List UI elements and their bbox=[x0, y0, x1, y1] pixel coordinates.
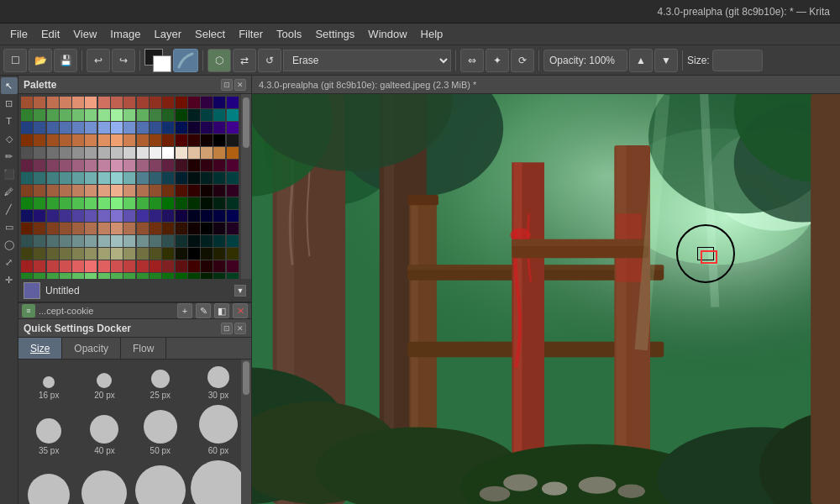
palette-color-cell[interactable] bbox=[123, 160, 135, 171]
palette-color-cell[interactable] bbox=[72, 97, 84, 108]
palette-color-cell[interactable] bbox=[162, 210, 174, 222]
paint-tool-button[interactable]: ✏ bbox=[1, 148, 18, 165]
palette-color-cell[interactable] bbox=[98, 160, 110, 171]
menu-settings[interactable]: Settings bbox=[308, 25, 361, 43]
palette-color-cell[interactable] bbox=[60, 160, 71, 171]
palette-color-cell[interactable] bbox=[34, 97, 45, 108]
palette-color-cell[interactable] bbox=[72, 172, 84, 184]
fill-tool-button[interactable]: ⬛ bbox=[1, 165, 18, 182]
palette-color-cell[interactable] bbox=[60, 122, 71, 134]
palette-color-cell[interactable] bbox=[162, 134, 174, 146]
palette-color-cell[interactable] bbox=[137, 172, 149, 184]
palette-color-cell[interactable] bbox=[162, 273, 174, 279]
palette-color-cell[interactable] bbox=[21, 273, 33, 279]
palette-color-cell[interactable] bbox=[227, 273, 239, 279]
palette-color-cell[interactable] bbox=[176, 109, 187, 121]
palette-color-cell[interactable] bbox=[123, 134, 135, 146]
eyedropper-tool-button[interactable]: 🖉 bbox=[1, 183, 18, 200]
palette-color-cell[interactable] bbox=[34, 109, 45, 121]
palette-color-cell[interactable] bbox=[176, 260, 187, 272]
palette-color-cell[interactable] bbox=[98, 260, 110, 272]
palette-color-cell[interactable] bbox=[162, 248, 174, 260]
active-color-swatch[interactable] bbox=[24, 282, 40, 299]
palette-color-cell[interactable] bbox=[111, 210, 123, 222]
palette-color-cell[interactable] bbox=[85, 122, 97, 134]
palette-color-cell[interactable] bbox=[72, 122, 84, 134]
palette-color-cell[interactable] bbox=[60, 197, 71, 209]
palette-color-cell[interactable] bbox=[150, 172, 161, 184]
palette-color-cell[interactable] bbox=[162, 172, 174, 184]
palette-color-cell[interactable] bbox=[188, 223, 200, 234]
palette-color-cell[interactable] bbox=[47, 235, 59, 247]
palette-color-cell[interactable] bbox=[201, 134, 213, 146]
palette-color-cell[interactable] bbox=[111, 160, 123, 171]
palette-color-cell[interactable] bbox=[72, 109, 84, 121]
palette-color-cell[interactable] bbox=[201, 185, 213, 197]
brush-preset-item[interactable]: 16 px bbox=[24, 376, 74, 400]
palette-color-cell[interactable] bbox=[137, 109, 149, 121]
palette-color-cell[interactable] bbox=[72, 273, 84, 279]
palette-color-cell[interactable] bbox=[21, 122, 33, 134]
brush-preset-item[interactable]: 20 px bbox=[79, 373, 129, 400]
brush-preset-item[interactable]: 40 px bbox=[79, 415, 129, 455]
palette-color-cell[interactable] bbox=[176, 185, 187, 197]
palette-color-cell[interactable] bbox=[111, 235, 123, 247]
palette-color-cell[interactable] bbox=[72, 197, 84, 209]
shapes-tool-button[interactable]: ◇ bbox=[1, 130, 18, 147]
palette-color-cell[interactable] bbox=[213, 197, 225, 209]
palette-color-cell[interactable] bbox=[162, 97, 174, 108]
palette-color-cell[interactable] bbox=[162, 109, 174, 121]
palette-color-cell[interactable] bbox=[176, 235, 187, 247]
palette-color-cell[interactable] bbox=[98, 235, 110, 247]
palette-color-cell[interactable] bbox=[162, 122, 174, 134]
palette-color-cell[interactable] bbox=[123, 260, 135, 272]
palette-color-cell[interactable] bbox=[47, 197, 59, 209]
palette-docker-header[interactable]: Palette ⊡ ✕ bbox=[18, 76, 251, 94]
palette-color-cell[interactable] bbox=[34, 210, 45, 222]
save-document-button[interactable]: 💾 bbox=[54, 49, 77, 72]
palette-color-cell[interactable] bbox=[213, 147, 225, 159]
palette-color-cell[interactable] bbox=[34, 160, 45, 171]
palette-color-cell[interactable] bbox=[201, 235, 213, 247]
palette-color-cell[interactable] bbox=[188, 235, 200, 247]
palette-color-cell[interactable] bbox=[60, 97, 71, 108]
copy-layer-button[interactable]: ◧ bbox=[214, 303, 229, 318]
palette-color-cell[interactable] bbox=[85, 97, 97, 108]
palette-color-cell[interactable] bbox=[227, 210, 239, 222]
palette-color-cell[interactable] bbox=[85, 147, 97, 159]
palette-color-cell[interactable] bbox=[47, 185, 59, 197]
move-tool-button[interactable]: ✛ bbox=[1, 271, 18, 288]
tab-size[interactable]: Size bbox=[18, 338, 62, 359]
palette-color-cell[interactable] bbox=[213, 223, 225, 234]
palette-scroll-thumb[interactable] bbox=[243, 97, 249, 148]
color-swatch-selector[interactable] bbox=[144, 49, 171, 72]
palette-color-cell[interactable] bbox=[137, 248, 149, 260]
palette-color-cell[interactable] bbox=[213, 109, 225, 121]
palette-color-cell[interactable] bbox=[162, 197, 174, 209]
palette-color-cell[interactable] bbox=[213, 172, 225, 184]
palette-color-cell[interactable] bbox=[137, 210, 149, 222]
transform-tool-button[interactable]: ⤢ bbox=[1, 254, 18, 270]
palette-color-cell[interactable] bbox=[150, 197, 161, 209]
palette-color-cell[interactable] bbox=[60, 223, 71, 234]
palette-color-cell[interactable] bbox=[47, 172, 59, 184]
palette-color-cell[interactable] bbox=[213, 160, 225, 171]
palette-color-cell[interactable] bbox=[98, 122, 110, 134]
palette-color-cell[interactable] bbox=[227, 235, 239, 247]
palette-color-cell[interactable] bbox=[227, 97, 239, 108]
menu-tools[interactable]: Tools bbox=[270, 25, 308, 43]
qs-scrollbar[interactable] bbox=[241, 360, 251, 504]
menu-image[interactable]: Image bbox=[103, 25, 147, 43]
palette-color-cell[interactable] bbox=[98, 273, 110, 279]
palette-color-cell[interactable] bbox=[137, 97, 149, 108]
menu-select[interactable]: Select bbox=[188, 25, 232, 43]
brush-preset-item[interactable]: 60 px bbox=[191, 405, 246, 455]
palette-color-cell[interactable] bbox=[111, 185, 123, 197]
swap-colors-button[interactable]: ⇄ bbox=[233, 49, 256, 72]
brush-preset-item[interactable]: 35 px bbox=[24, 418, 74, 455]
palette-color-cell[interactable] bbox=[72, 235, 84, 247]
select-tool-button[interactable]: ↖ bbox=[1, 77, 18, 94]
palette-color-cell[interactable] bbox=[227, 147, 239, 159]
palette-color-cell[interactable] bbox=[201, 248, 213, 260]
menu-layer[interactable]: Layer bbox=[147, 25, 188, 43]
